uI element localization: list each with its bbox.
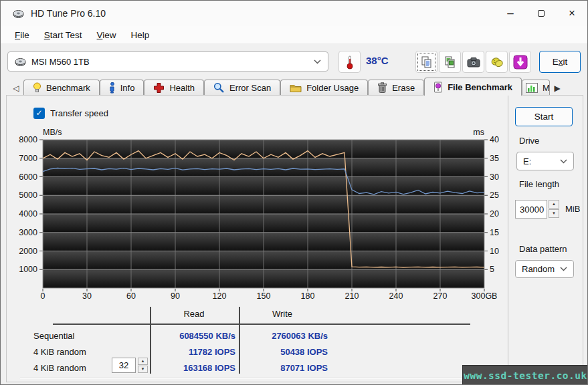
tab-folder-usage[interactable]: Folder Usage — [280, 80, 368, 96]
x-axis-tick: 0 — [24, 291, 62, 301]
data-pattern-label: Data pattern — [519, 244, 567, 254]
menu-bar: FileStart TestViewHelp — [1, 26, 587, 44]
folder-icon — [290, 83, 302, 93]
y-axis-left-tick: 5000 — [8, 190, 37, 200]
screenshot-button[interactable] — [462, 51, 484, 73]
menu-item-file[interactable]: File — [7, 30, 37, 40]
tab-label: Info — [120, 83, 135, 93]
temperature-button[interactable] — [338, 51, 361, 73]
tab-label: Benchmark — [46, 83, 90, 93]
menu-item-start-test[interactable]: Start Test — [37, 30, 90, 40]
start-button[interactable]: Start — [515, 107, 573, 126]
queue-depth-up-button[interactable]: ▲ — [138, 358, 148, 365]
row-label-4kib-random-qd: 4 KiB random — [33, 363, 86, 373]
header-divider — [53, 324, 470, 325]
random-qd-write-value: 87071 IOPS — [229, 363, 328, 373]
tab-m-[interactable]: M. — [522, 80, 550, 96]
y-axis-left-tick: 7000 — [8, 154, 37, 163]
queue-depth-down-button[interactable]: ▼ — [138, 366, 148, 373]
drive-dropdown-value: E: — [523, 156, 531, 166]
maximize-button[interactable] — [526, 1, 557, 26]
app-window: HD Tune Pro 6.10 – × FileStart TestViewH… — [0, 0, 588, 385]
thermometer-icon — [346, 55, 354, 70]
file-length-down-button[interactable]: ▼ — [549, 209, 559, 218]
copy-text-icon — [420, 55, 433, 69]
x-axis-tick: 120 — [201, 291, 238, 301]
y-axis-right-tick: 5 — [490, 265, 516, 274]
x-axis-tick: 240 — [377, 291, 415, 301]
hand-button[interactable] — [486, 51, 508, 73]
y-axis-left-tick: 3000 — [8, 228, 37, 237]
exit-button[interactable]: Exit — [539, 51, 581, 73]
chevron-down-icon — [560, 159, 567, 164]
sequential-read-value: 6084550 KB/s — [134, 331, 235, 341]
y-axis-left-label: MB/s — [43, 128, 62, 137]
download-button[interactable] — [509, 51, 531, 73]
x-axis-tick: 150 — [245, 291, 282, 301]
tab-label: Folder Usage — [306, 83, 359, 93]
info-icon — [109, 82, 116, 94]
x-axis-tick: 270 — [421, 291, 459, 301]
close-button[interactable]: × — [557, 1, 587, 26]
temperature-value: 38°C — [366, 55, 389, 66]
bar-chart-icon — [526, 83, 538, 93]
window-title: HD Tune Pro 6.10 — [31, 8, 106, 19]
transfer-speed-label: Transfer speed — [50, 108, 108, 118]
tab-bar: ◁ BenchmarkInfoHealthError ScanFolder Us… — [1, 78, 588, 96]
file-benchmark-icon — [433, 82, 443, 93]
y-axis-right-tick: 40 — [490, 135, 516, 144]
tab-scroll-left-icon[interactable]: ◁ — [9, 84, 23, 96]
y-axis-right-tick: 20 — [490, 209, 516, 219]
screenshot-icon — [467, 57, 480, 68]
random-qd-read-value: 163168 IOPS — [134, 363, 235, 373]
queue-depth-input[interactable]: 32 — [112, 358, 136, 373]
tab-erase[interactable]: Erase — [368, 80, 424, 96]
sequential-write-value: 2760063 KB/s — [229, 331, 328, 341]
tab-error-scan[interactable]: Error Scan — [204, 80, 280, 96]
drive-label: Drive — [519, 136, 539, 146]
drive-dropdown[interactable]: E: — [516, 152, 574, 170]
file-benchmark-page: ✓ Transfer speed MB/s ms 800070006000500… — [6, 95, 583, 382]
drive-selector[interactable]: MSI M560 1TB — [7, 51, 328, 72]
transfer-speed-chart — [39, 136, 488, 293]
y-axis-right-tick: 15 — [490, 228, 516, 237]
x-axis-tick: 180 — [289, 291, 326, 301]
title-bar: HD Tune Pro 6.10 – × — [1, 1, 587, 26]
x-axis-tick: 210 — [333, 291, 371, 301]
data-pattern-dropdown[interactable]: Random — [515, 260, 574, 278]
x-axis-tick: 30 — [68, 291, 106, 301]
x-axis-tick: 300GB — [466, 291, 503, 301]
y-axis-right-label: ms — [435, 128, 484, 137]
chevron-down-icon — [560, 267, 567, 271]
y-axis-left-tick: 8000 — [8, 135, 37, 144]
chevron-down-icon — [314, 59, 321, 64]
file-length-input[interactable]: 30000 — [515, 200, 547, 219]
trash-icon — [377, 82, 387, 94]
tab-scroll-right-icon[interactable]: ▶ — [550, 84, 565, 96]
tab-label: M. — [543, 83, 550, 93]
copy-image-button[interactable] — [439, 51, 461, 73]
copy-text-button[interactable] — [415, 51, 437, 73]
tab-info[interactable]: Info — [100, 80, 144, 96]
copy-image-icon — [444, 55, 457, 69]
lightbulb-icon — [33, 82, 41, 94]
tab-benchmark[interactable]: Benchmark — [23, 80, 100, 96]
drive-selector-value: MSI M560 1TB — [31, 57, 90, 67]
y-axis-right-tick: 25 — [490, 190, 516, 200]
bottom-divider — [20, 378, 508, 378]
transfer-speed-checkbox[interactable]: ✓ — [33, 108, 45, 119]
tab-label: Erase — [392, 83, 415, 93]
write-column-header: Write — [227, 309, 337, 319]
tab-label: File Benchmark — [448, 82, 512, 92]
minimize-button[interactable]: – — [495, 1, 526, 26]
maximize-icon — [538, 10, 545, 17]
menu-item-view[interactable]: View — [90, 30, 124, 40]
file-length-unit: MiB — [565, 204, 580, 214]
random-write-value: 50438 IOPS — [229, 347, 328, 357]
tab-health[interactable]: Health — [144, 80, 204, 96]
y-axis-right-tick: 10 — [490, 247, 516, 256]
tab-file-benchmark[interactable]: File Benchmark — [424, 78, 522, 96]
file-length-up-button[interactable]: ▲ — [549, 200, 559, 209]
menu-item-help[interactable]: Help — [124, 30, 157, 40]
x-axis-tick: 90 — [157, 291, 194, 301]
